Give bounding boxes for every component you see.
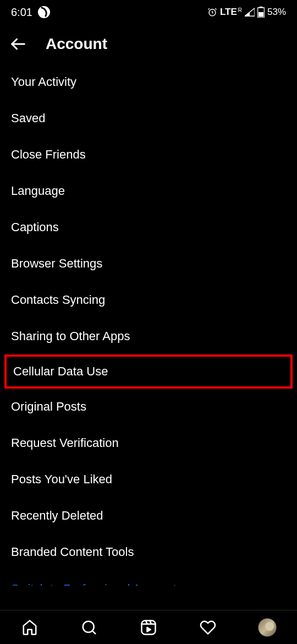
menu-item-language[interactable]: Language <box>0 173 297 209</box>
status-right: LTE R 53% <box>207 7 286 18</box>
bottom-nav <box>0 610 297 644</box>
avatar <box>258 618 277 637</box>
back-button[interactable] <box>10 36 26 52</box>
nav-reels[interactable] <box>139 618 158 637</box>
menu-item-request-verification[interactable]: Request Verification <box>0 425 297 461</box>
menu-list: Your Activity Saved Close Friends Langua… <box>0 64 297 586</box>
svg-rect-3 <box>258 12 263 17</box>
menu-item-contacts-syncing[interactable]: Contacts Syncing <box>0 282 297 318</box>
battery-percentage: 53% <box>267 7 286 18</box>
menu-item-sharing-other-apps[interactable]: Sharing to Other Apps <box>0 318 297 354</box>
network-super: R <box>238 7 242 13</box>
battery-icon <box>257 7 265 18</box>
menu-item-saved[interactable]: Saved <box>0 100 297 137</box>
nav-profile[interactable] <box>257 618 277 637</box>
nav-search[interactable] <box>79 618 99 637</box>
carrier-icon <box>38 6 50 18</box>
page-title: Account <box>46 35 107 53</box>
network-type: LTE <box>220 7 237 18</box>
nav-activity[interactable] <box>198 618 218 637</box>
header: Account <box>0 24 297 64</box>
status-time: 6:01 <box>11 6 32 19</box>
menu-item-close-friends[interactable]: Close Friends <box>0 137 297 173</box>
nav-home[interactable] <box>20 618 40 637</box>
menu-item-browser-settings[interactable]: Browser Settings <box>0 245 297 282</box>
menu-item-branded-content-tools[interactable]: Branded Content Tools <box>0 534 297 570</box>
alarm-icon <box>207 7 217 17</box>
svg-rect-7 <box>142 620 156 634</box>
svg-line-6 <box>92 630 95 633</box>
signal-icon <box>245 8 255 17</box>
link-switch-professional[interactable]: Switch to Professional Account <box>0 570 297 586</box>
menu-item-your-activity[interactable]: Your Activity <box>0 64 297 100</box>
menu-item-posts-liked[interactable]: Posts You've Liked <box>0 461 297 498</box>
menu-item-recently-deleted[interactable]: Recently Deleted <box>0 498 297 534</box>
menu-item-original-posts[interactable]: Original Posts <box>0 389 297 425</box>
status-left: 6:01 <box>11 6 50 19</box>
menu-item-captions[interactable]: Captions <box>0 209 297 245</box>
menu-item-cellular-data-use[interactable]: Cellular Data Use <box>4 354 293 389</box>
status-bar: 6:01 LTE R 53% <box>0 0 297 24</box>
